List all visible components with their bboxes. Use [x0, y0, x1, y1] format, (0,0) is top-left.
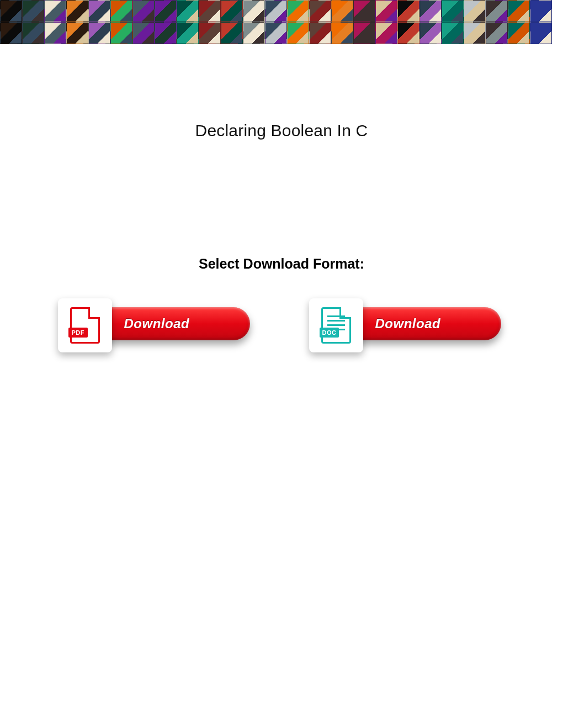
select-format-label: Select Download Format:	[0, 256, 563, 272]
collage-thumb	[243, 22, 265, 44]
collage-thumb	[110, 0, 132, 22]
collage-thumb	[265, 22, 287, 44]
pdf-file-tile: PDF	[58, 298, 112, 352]
collage-thumb	[132, 22, 155, 44]
download-doc-label: Download	[375, 316, 441, 331]
collage-thumb	[66, 22, 88, 44]
collage-thumb	[44, 0, 66, 22]
header-collage	[0, 0, 563, 44]
collage-thumb	[375, 0, 397, 22]
collage-thumb	[88, 0, 110, 22]
collage-thumb	[177, 0, 199, 22]
collage-thumb	[221, 22, 243, 44]
download-doc[interactable]: Download DOC	[314, 305, 501, 355]
collage-thumb	[309, 22, 331, 44]
collage-thumb	[397, 22, 419, 44]
collage-thumb	[0, 22, 22, 44]
doc-file-tile: DOC	[309, 298, 363, 352]
collage-thumb	[287, 22, 309, 44]
collage-thumb	[397, 0, 419, 22]
collage-thumb	[0, 0, 22, 22]
collage-thumb	[530, 22, 552, 44]
collage-thumb	[375, 22, 397, 44]
download-pdf[interactable]: Download PDF	[62, 305, 250, 355]
collage-thumb	[177, 22, 199, 44]
collage-thumb	[88, 22, 110, 44]
collage-thumb	[265, 0, 287, 22]
collage-thumb	[508, 22, 530, 44]
download-options: Download PDF Download DOC	[0, 305, 563, 355]
collage-thumb	[287, 0, 309, 22]
collage-thumb	[464, 0, 486, 22]
collage-thumb	[132, 0, 155, 22]
collage-thumb	[22, 0, 44, 22]
collage-thumb	[199, 0, 221, 22]
collage-thumb	[419, 22, 442, 44]
collage-thumb	[331, 22, 353, 44]
pdf-badge: PDF	[68, 328, 88, 338]
collage-thumb	[44, 22, 66, 44]
collage-thumb	[486, 22, 508, 44]
collage-thumb	[486, 0, 508, 22]
collage-thumb	[464, 22, 486, 44]
collage-thumb	[331, 0, 353, 22]
collage-thumb	[199, 22, 221, 44]
collage-thumb	[110, 22, 132, 44]
page-title: Declaring Boolean In C	[0, 121, 563, 140]
download-pdf-label: Download	[124, 316, 190, 331]
collage-thumb	[155, 22, 177, 44]
collage-thumb	[353, 0, 375, 22]
pdf-file-icon: PDF	[70, 307, 100, 344]
collage-thumb	[22, 22, 44, 44]
collage-thumb	[442, 0, 464, 22]
collage-thumb	[419, 0, 442, 22]
collage-thumb	[155, 0, 177, 22]
doc-file-icon: DOC	[321, 307, 351, 344]
doc-badge: DOC	[320, 328, 339, 338]
collage-thumb	[66, 0, 88, 22]
collage-thumb	[353, 22, 375, 44]
collage-thumb	[442, 22, 464, 44]
collage-thumb	[243, 0, 265, 22]
collage-thumb	[508, 0, 530, 22]
collage-thumb	[530, 0, 552, 22]
collage-thumb	[221, 0, 243, 22]
collage-thumb	[309, 0, 331, 22]
